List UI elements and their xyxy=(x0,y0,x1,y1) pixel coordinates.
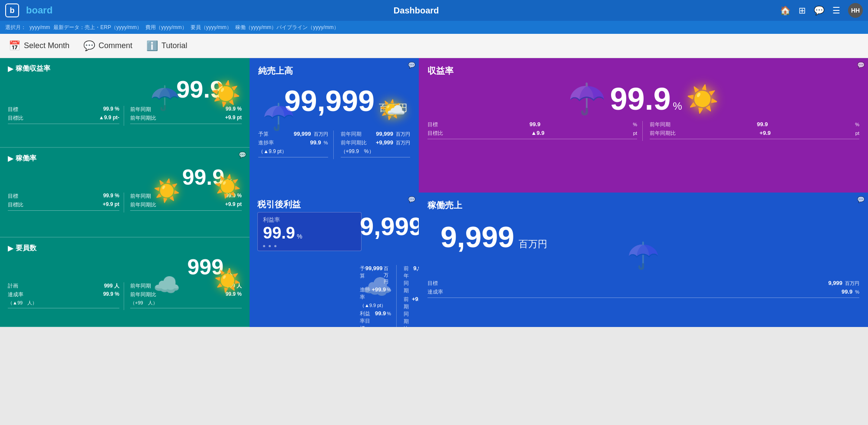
members-data: 要員（yyyy/mm） xyxy=(191,24,232,31)
profit-rate-title: 収益率 xyxy=(427,65,859,77)
sun-icon-op-profit: ☀️ xyxy=(211,80,241,108)
dashboard-grid: 💬 純売上高 99,999 百万円 ☂️ 🌤️ 予算 99,999 百万円 進捗… xyxy=(0,58,868,425)
grid-icon[interactable]: ⊞ xyxy=(799,5,806,16)
after-tax-profit-title: 税引後利益 xyxy=(257,199,353,210)
net-sales-title: 純売上高 xyxy=(258,65,410,77)
op-rate-left: 目標 99.9 % 目標比 +9.9 pt xyxy=(8,193,124,212)
tutorial-label: Tutorial xyxy=(161,41,187,50)
menu-icon[interactable]: ☰ xyxy=(832,5,840,16)
headcount-title-row: ▶ 要員数 xyxy=(8,244,242,253)
operating-rate-section: ▶ 稼働率 💬 99.9 % ☀️ ☀️ 目標 99.9 % xyxy=(0,147,250,237)
operating-sales-card: 💬 稼働売上 9,999 百万円 ☂️ 目標 9,999 百万円 達成率 99.… xyxy=(419,193,868,327)
card-comment-icon[interactable]: 💬 xyxy=(408,62,415,69)
after-tax-profit-value: 9,999 xyxy=(360,212,419,241)
profit-rate-left-stats: 目標 99.9 % 目標比 ▲9.9 pt xyxy=(427,121,643,141)
select-month-value: yyyy/mm xyxy=(30,24,50,30)
card-comment-icon-op-rate[interactable]: 💬 xyxy=(239,151,246,158)
net-sales-progress-value: 99.9 xyxy=(310,139,321,146)
operating-sales-value: 9,999 xyxy=(441,220,514,254)
right-panel: ▶ 稼働収益率 99.9 % ☂️ ☀️ 目標 99.9 % xyxy=(0,58,250,327)
logo-b: b xyxy=(5,3,19,17)
sun-icon-op-rate-right: ☀️ xyxy=(214,174,241,199)
profit-rate-card: 💬 収益率 ☂️ 99.9 % ☀️ 目標 99.9 % 目標比 ▲9.9 pt xyxy=(419,58,868,193)
profit-rate-unit: % xyxy=(673,100,682,112)
card-comment-op-sales[interactable]: 💬 xyxy=(857,196,865,203)
brand-name: board xyxy=(26,5,53,16)
umbrella-icon-profit: ☂️ xyxy=(568,81,606,117)
sun-icon-op-rate-left: ☀️ xyxy=(153,178,180,203)
operating-profit-rate-title-row: ▶ 稼働収益率 xyxy=(8,64,242,73)
operating-sales-title: 稼働売上 xyxy=(427,199,859,211)
operating-profit-rate-title: 稼働収益率 xyxy=(16,64,50,73)
headcount-section: ▶ 要員数 999 人 ☁️ ☀️ 計画 999 人 xyxy=(0,237,250,327)
toolbar: 📅 Select Month 💬 Comment ℹ️ Tutorial xyxy=(0,34,868,58)
net-sales-left-stats: 予算 99,999 百万円 進捗率 99.9 % （▲9.9 pt） xyxy=(258,131,334,159)
calendar-icon: 📅 xyxy=(9,40,20,52)
latest-data: 最新データ：売上・ERP（yyyy/mm） xyxy=(53,24,142,31)
umbrella-icon-op-sales: ☂️ xyxy=(627,240,660,271)
op-profit-right: 前年同期 99.9 % 前年同期比 +9.9 pt xyxy=(124,106,242,126)
cloud-icon-profit: ☁️ xyxy=(362,273,392,301)
net-sales-value: 99,999 xyxy=(284,84,375,118)
card-comment-icon-profit[interactable]: 💬 xyxy=(857,62,865,69)
cloud-icon-headcount: ☁️ xyxy=(153,272,180,298)
select-month-button[interactable]: 📅 Select Month xyxy=(9,40,69,52)
profit-rate-value: 99.9 xyxy=(610,82,671,116)
top-navigation: b board Dashboard 🏠 ⊞ 💬 ☰ HH xyxy=(0,0,868,21)
sun-icon-net-sales: 🌤️ xyxy=(379,97,406,122)
operating-rate-title: 稼働率 xyxy=(16,154,36,163)
headcount-title: 要員数 xyxy=(16,244,36,253)
info-icon: ℹ️ xyxy=(146,40,158,52)
select-month-label: Select Month xyxy=(24,41,69,50)
profit-rate-right-stats: 前年同期 99.9 % 前年同期比 +9.9 pt xyxy=(643,121,859,141)
comment-label: Comment xyxy=(99,41,132,50)
comment-button[interactable]: 💬 Comment xyxy=(83,40,132,52)
nav-right-icons: 🏠 ⊞ 💬 ☰ HH xyxy=(780,3,863,18)
chat-icon[interactable]: 💬 xyxy=(814,5,825,16)
operating-sales-unit: 百万円 xyxy=(519,238,547,251)
operating-profit-rate-section: ▶ 稼働収益率 99.9 % ☂️ ☀️ 目標 99.9 % xyxy=(0,58,250,147)
profit-rate-box: 利益率 99.9 % xyxy=(257,212,362,251)
select-month-label: 選択月： xyxy=(5,24,26,31)
tutorial-button[interactable]: ℹ️ Tutorial xyxy=(146,40,187,52)
operating-rate-title-row: ▶ 稼働率 xyxy=(8,154,242,163)
page-title: Dashboard xyxy=(59,6,773,16)
sun-icon-headcount: ☀️ xyxy=(214,268,241,293)
sun-icon-profit: ☀️ xyxy=(686,84,719,114)
card-comment-profit[interactable]: 💬 xyxy=(408,196,415,203)
net-sales-right-stats: 前年同期 99,999 百万円 前年同期比 +9,999 百万円 （+99.9 … xyxy=(334,131,411,159)
op-profit-left: 目標 99.9 % 目標比 ▲9.9 pt- xyxy=(8,106,124,126)
home-icon[interactable]: 🏠 xyxy=(780,5,791,16)
comment-icon: 💬 xyxy=(83,40,95,52)
info-bar: 選択月： yyyy/mm 最新データ：売上・ERP（yyyy/mm） 費用（yy… xyxy=(0,21,868,34)
profit-right-stats: 前年同期 9,999 百万円 前期同期比 +9,999 百万円 （+9.9%） xyxy=(397,265,419,327)
net-sales-card: 💬 純売上高 99,999 百万円 ☂️ 🌤️ 予算 99,999 百万円 進捗… xyxy=(250,58,419,193)
avatar[interactable]: HH xyxy=(848,3,863,18)
umbrella-icon-op-profit: ☂️ xyxy=(150,84,180,112)
pipeline-data: 稼働（yyyy/mm）パイプライン（yyyy/mm） xyxy=(235,24,339,31)
cost-data: 費用（yyyy/mm） xyxy=(145,24,187,31)
headcount-left: 計画 999 人 達成率 99.9 % （▲99 xyxy=(8,282,124,310)
umbrella-icon-net-sales: ☂️ xyxy=(263,101,295,132)
after-tax-profit-card: 税引後利益 利益率 99.9 % xyxy=(250,193,419,327)
net-sales-budget-value: 99,999 xyxy=(294,131,311,137)
net-sales-diff: （▲9.9 pt） xyxy=(258,148,287,155)
